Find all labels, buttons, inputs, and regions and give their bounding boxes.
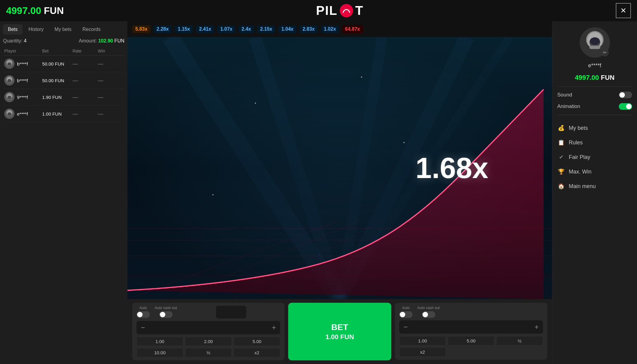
avatar bbox=[4, 75, 15, 86]
multiplier-input-left[interactable]: 1.01 bbox=[216, 306, 246, 318]
edit-icon[interactable]: ✏ bbox=[601, 49, 609, 56]
close-button[interactable]: ✕ bbox=[616, 3, 631, 18]
auto-cash-out-toggle-left[interactable] bbox=[159, 311, 173, 318]
player-name: b****f bbox=[17, 61, 28, 66]
toggle-knob-left bbox=[137, 312, 143, 317]
menu-icon: 📋 bbox=[557, 139, 565, 147]
header-balance: 4997.00 FUN bbox=[6, 5, 64, 16]
menu-label: Rules bbox=[569, 140, 583, 146]
tab-my-bets[interactable]: My bets bbox=[50, 24, 76, 35]
table-row: 9****f 1.90 FUN — — bbox=[3, 89, 124, 106]
table-row: b****f 50.00 FUN — — bbox=[3, 72, 124, 89]
mult-badge[interactable]: 1.07x bbox=[217, 25, 235, 33]
quick-2-left[interactable]: 2.00 bbox=[185, 337, 232, 346]
user-balance-currency: FUN bbox=[601, 74, 615, 81]
avatar bbox=[4, 92, 15, 102]
svg-point-0 bbox=[340, 4, 353, 17]
menu-item-max.-win[interactable]: 🏆 Max. Win bbox=[557, 167, 632, 177]
decrement-btn-right[interactable]: − bbox=[399, 320, 412, 334]
mult-badge[interactable]: 2.15x bbox=[257, 25, 275, 33]
sound-label: Sound bbox=[557, 92, 572, 98]
svg-point-34 bbox=[590, 37, 599, 45]
bet-label: BET bbox=[331, 322, 348, 333]
quick-2-right[interactable]: 5.00 bbox=[448, 336, 494, 345]
amount-value: 102.90 bbox=[98, 38, 113, 43]
mult-badge[interactable]: 5.83x bbox=[132, 25, 150, 33]
mult-badge[interactable]: 1.04x bbox=[278, 25, 296, 33]
auto-cash-out-item-right: Auto cash out bbox=[417, 306, 440, 318]
controls-row: Auto Auto cash out bbox=[132, 303, 547, 360]
amount-input-left[interactable]: 1.00 bbox=[149, 323, 268, 332]
win: — bbox=[98, 111, 123, 117]
avatar-icon bbox=[5, 109, 14, 118]
mult-badge[interactable]: 1.02x bbox=[321, 25, 339, 33]
menu-label: Main menu bbox=[569, 183, 596, 190]
profile-avatar: ✏ bbox=[580, 27, 610, 58]
auto-label-right: Auto bbox=[402, 306, 410, 310]
svg-point-12 bbox=[7, 113, 12, 116]
menu-items: 💰 My bets 📋 Rules ✔ Fair Play 🏆 Max. Win… bbox=[557, 123, 632, 191]
auto-toggle-right[interactable] bbox=[399, 311, 413, 318]
quick-x2-right[interactable]: x2 bbox=[399, 347, 446, 357]
sound-toggle[interactable] bbox=[619, 92, 632, 98]
mult-badge[interactable]: 2.4x bbox=[238, 25, 254, 33]
bets-table-header: Player Bet Rate Win bbox=[3, 47, 124, 56]
sound-toggle-knob bbox=[619, 92, 625, 98]
quantity-label: Quantity: bbox=[3, 38, 22, 43]
quick-3-left[interactable]: 5.00 bbox=[234, 337, 280, 346]
tab-records[interactable]: Records bbox=[78, 24, 106, 35]
quick-1-right[interactable]: 1.00 bbox=[399, 336, 446, 345]
menu-label: Fair Play bbox=[569, 154, 590, 160]
menu-item-rules[interactable]: 📋 Rules bbox=[557, 137, 632, 148]
decrement-btn-left[interactable]: − bbox=[136, 321, 149, 334]
right-panel: ✏ e****f 4997.00 FUN Sound Animation 💰 M… bbox=[552, 21, 637, 364]
divider-1 bbox=[557, 86, 632, 87]
increment-btn-left[interactable]: + bbox=[268, 321, 280, 334]
auto-item-left: Auto bbox=[136, 306, 150, 318]
bet-amount: 1.00 FUN bbox=[42, 111, 72, 116]
mult-badge[interactable]: 2.41x bbox=[196, 25, 214, 33]
mult-badge[interactable]: 64.87x bbox=[342, 25, 363, 33]
amount-input-right[interactable]: 1.00 bbox=[412, 322, 530, 332]
player-name: e****f bbox=[17, 111, 28, 116]
auto-toggle-left[interactable] bbox=[136, 311, 150, 318]
star bbox=[403, 142, 405, 143]
bet-button[interactable]: BET 1.00 FUN bbox=[288, 303, 391, 360]
toggle-knob-cash-out-left bbox=[160, 312, 165, 317]
quick-4-left[interactable]: 10.00 bbox=[136, 348, 183, 357]
win: — bbox=[98, 94, 123, 100]
menu-label: My bets bbox=[569, 125, 588, 131]
star bbox=[361, 76, 362, 78]
left-bet-inner: Auto Auto cash out bbox=[132, 303, 285, 360]
auto-cash-out-label-right: Auto cash out bbox=[417, 306, 440, 310]
mult-badge[interactable]: 2.83x bbox=[299, 25, 318, 33]
mult-badge[interactable]: 2.28x bbox=[153, 25, 172, 33]
quick-x2-left[interactable]: x2 bbox=[234, 348, 280, 357]
animation-toggle[interactable] bbox=[619, 103, 632, 110]
avatar-icon bbox=[5, 59, 14, 68]
tab-history[interactable]: History bbox=[24, 24, 49, 35]
auto-label-left: Auto bbox=[140, 306, 147, 310]
auto-cash-out-toggle-right[interactable] bbox=[422, 311, 435, 318]
menu-item-fair-play[interactable]: ✔ Fair Play bbox=[557, 152, 632, 162]
menu-item-my-bets[interactable]: 💰 My bets bbox=[557, 123, 632, 133]
bet-info: Quantity: 4 Amount: 102.90 FUN bbox=[3, 38, 124, 44]
menu-icon: ✔ bbox=[557, 153, 565, 161]
table-row: b****f 50.00 FUN — — bbox=[3, 56, 124, 72]
quick-half-left[interactable]: ½ bbox=[185, 348, 232, 357]
quick-amounts-right: 1.00 5.00 ½ x2 bbox=[399, 336, 543, 357]
increment-btn-right[interactable]: + bbox=[530, 320, 543, 334]
bet-amount-row-left: − 1.00 + bbox=[136, 321, 280, 334]
player-cell: b****f bbox=[4, 59, 42, 69]
bets-table-body: b****f 50.00 FUN — — b****f 50.00 FUN — … bbox=[3, 56, 124, 122]
quick-half-right[interactable]: ½ bbox=[496, 336, 543, 345]
tab-bets[interactable]: Bets bbox=[3, 24, 22, 35]
quick-1-left[interactable]: 1.00 bbox=[136, 337, 183, 346]
menu-item-main-menu[interactable]: 🏠 Main menu bbox=[557, 181, 632, 191]
avatar-icon bbox=[5, 76, 14, 85]
animation-label: Animation bbox=[557, 103, 580, 110]
left-panel: Bets History My bets Records Quantity: 4… bbox=[0, 21, 127, 364]
right-auto-row: Auto Auto cash out bbox=[399, 306, 543, 318]
mult-badge[interactable]: 1.15x bbox=[175, 25, 193, 33]
player-cell: b****f bbox=[4, 75, 42, 86]
